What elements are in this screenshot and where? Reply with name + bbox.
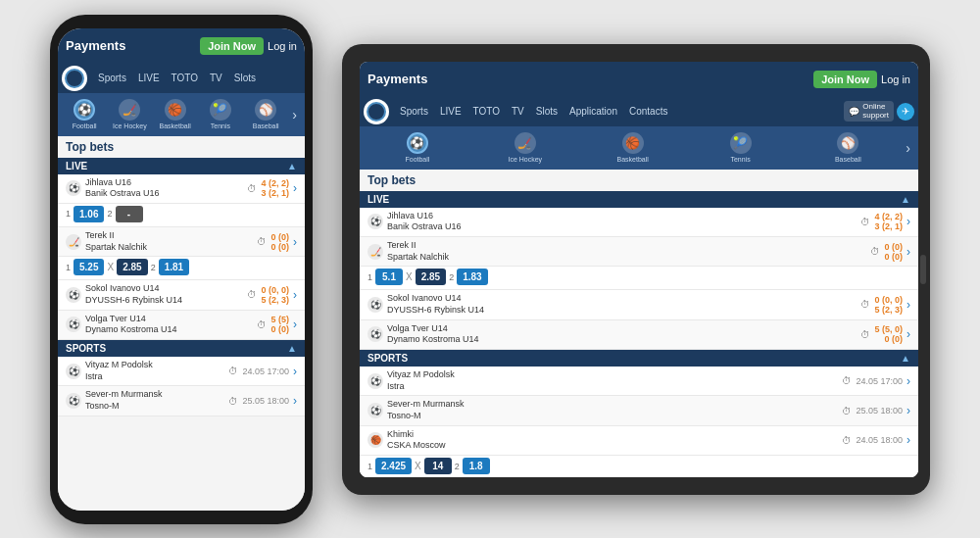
phone-sports-chevron: ▲ <box>287 343 297 354</box>
phone-match1-bet1-button[interactable]: 1.06 <box>74 206 104 222</box>
tablet-live-label: LIVE <box>368 194 389 205</box>
phone-nav-logo <box>62 66 87 91</box>
phone-sports2-arrow[interactable]: › <box>293 394 297 408</box>
tablet-match4-icon: ⚽ <box>368 326 383 342</box>
tablet-sport-icehockey[interactable]: 🏒 Ice Hockey <box>473 132 577 163</box>
tablet-match1-odds1: 4 (2, 2) <box>874 212 903 221</box>
tablet-match2-teams: Terek II Spartak Nalchik <box>387 240 866 263</box>
phone-sports1-arrow[interactable]: › <box>293 365 297 378</box>
phone-match1-bet-num2: 2 <box>107 209 112 219</box>
phone-match3-sport-icon: ⚽ <box>66 287 81 303</box>
tablet-match2-num1: 1 <box>368 272 372 282</box>
phone-sport-basketball[interactable]: 🏀 Basketball <box>155 99 196 129</box>
tablet-match1-arrow[interactable]: › <box>906 215 910 228</box>
phone-nav-live[interactable]: LIVE <box>133 71 165 85</box>
phone-sport-baseball[interactable]: ⚾ Baseball <box>245 99 286 129</box>
phone-nav-slots[interactable]: Slots <box>229 71 261 85</box>
phone-match1-arrow[interactable]: › <box>293 181 297 195</box>
phone-basketball-icon: 🏀 <box>165 99 186 121</box>
tablet-sports3-icon: 🏀 <box>368 432 383 448</box>
tablet-match2-odds: 0 (0) 0 (0) <box>884 242 903 262</box>
phone-match2-team1: Terek II <box>85 230 253 242</box>
tablet-nav-slots[interactable]: Slots <box>531 104 563 119</box>
tablet-icehockey-icon: 🏒 <box>514 132 536 154</box>
tablet-sports-next[interactable]: › <box>904 140 912 156</box>
phone-live-match-3: ⚽ Sokol Ivanovo U14 DYUSSH-6 Rybinsk U14… <box>58 280 305 310</box>
tablet-tennis-icon: 🎾 <box>730 132 752 154</box>
tablet-nav-support: 💬 Onlinesupport ✈ <box>844 101 914 122</box>
tablet-nav-sports[interactable]: Sports <box>395 104 433 119</box>
tablet-tennis-label: Tennis <box>730 156 750 163</box>
tablet-sports1-arrow[interactable]: › <box>906 374 910 388</box>
tablet-sports1-clock: ⏱ <box>842 375 852 386</box>
phone-scroll[interactable]: LIVE ▲ ⚽ Jihlava U16 Banik Ostrava U16 ⏱… <box>58 158 305 511</box>
tablet-login-button[interactable]: Log in <box>881 73 910 85</box>
phone-match2-bet-buttons: 1 5.25 X 2.85 2 1.81 <box>66 259 297 275</box>
phone-match1-bet2-button[interactable]: - <box>116 206 143 222</box>
phone-nav-toto[interactable]: TOTO <box>167 71 203 85</box>
phone-sports1-clock: ⏱ <box>228 366 238 376</box>
tablet-sports2-clock: ⏱ <box>842 406 852 416</box>
phone-sports1-icon: ⚽ <box>66 364 81 379</box>
tablet-nav-application[interactable]: Application <box>564 104 622 119</box>
tablet-sports2-arrow[interactable]: › <box>906 404 910 417</box>
tablet-match4-arrow[interactable]: › <box>906 327 910 341</box>
tablet-match2-bet2-button[interactable]: 1.83 <box>457 269 487 285</box>
tablet-match2-bet1-button[interactable]: 5.1 <box>375 269 403 285</box>
tablet-nav-bar: Sports LIVE TOTO TV Slots Application Co… <box>360 97 918 126</box>
tablet-scroll[interactable]: LIVE ▲ ⚽ Jihlava U16 Banik Ostrava U16 ⏱… <box>360 191 918 477</box>
phone-match3-odds2: 5 (2, 3) <box>261 295 289 305</box>
tablet-match2-betx-button[interactable]: 2.85 <box>416 269 446 285</box>
tablet-sport-football[interactable]: ⚽ Football <box>366 132 469 163</box>
phone-nav-sports[interactable]: Sports <box>93 71 131 85</box>
tablet-sports3-arrow[interactable]: › <box>906 433 910 447</box>
phone-match2-bet1-button[interactable]: 5.25 <box>74 259 104 275</box>
tablet-sport-tennis[interactable]: 🎾 Tennis <box>689 132 793 163</box>
tablet-sports3-betx-button[interactable]: 14 <box>424 458 452 474</box>
phone-sports1-team2: Istra <box>85 371 224 383</box>
tablet-header-title: Payments <box>368 72 427 86</box>
phone-match1-team2: Banik Ostrava U16 <box>85 188 243 200</box>
tablet-nav-toto[interactable]: TOTO <box>468 104 505 119</box>
phone-match2-odds1: 0 (0) <box>270 232 289 242</box>
tablet-match2-arrow[interactable]: › <box>906 245 910 259</box>
tablet-sports3-num1: 1 <box>368 462 372 471</box>
tablet-nav-tv[interactable]: TV <box>507 104 529 119</box>
tablet-sports-match-2: ⚽ Sever-m Murmansk Tosno-M ⏱ 25.05 18:00… <box>360 396 918 425</box>
tablet-match4-odds: 5 (5, 0) 0 (0) <box>874 324 903 344</box>
phone-match4-arrow[interactable]: › <box>293 318 297 331</box>
tablet-nav-live[interactable]: LIVE <box>435 104 466 119</box>
phone-sports-match-1: ⚽ Vityaz M Podolsk Istra ⏱ 24.05 17:00 › <box>58 357 305 386</box>
tablet-join-button[interactable]: Join Now <box>813 71 877 88</box>
phone-sports-next[interactable]: › <box>290 107 299 122</box>
phone-match2-betx-button[interactable]: 2.85 <box>117 259 147 275</box>
phone-login-button[interactable]: Log in <box>268 40 297 52</box>
phone-match3-arrow[interactable]: › <box>293 288 297 302</box>
phone-sports-match-2: ⚽ Sever-m Murmansk Tosno-M ⏱ 25.05 18:00… <box>58 386 305 416</box>
tablet-nav-contacts[interactable]: Contacts <box>624 104 672 119</box>
tablet-sports3-bet2-button[interactable]: 1.8 <box>463 458 490 474</box>
tablet-sport-basketball[interactable]: 🏀 Basketball <box>581 132 685 163</box>
phone-sports2-icon: ⚽ <box>66 393 81 409</box>
phone-match4-odds2: 0 (0) <box>270 324 289 334</box>
phone-match2-bet2-button[interactable]: 1.81 <box>159 259 189 275</box>
phone-nav-tv[interactable]: TV <box>205 71 227 85</box>
tablet-match4-clock: ⏱ <box>860 329 870 340</box>
phone-join-button[interactable]: Join Now <box>200 37 264 55</box>
phone-sport-icehockey[interactable]: 🏒 Ice Hockey <box>109 99 150 129</box>
tablet-telegram-icon[interactable]: ✈ <box>897 103 914 121</box>
tablet-support-box[interactable]: 💬 Onlinesupport <box>844 101 894 122</box>
tablet-sports3-bet1-button[interactable]: 2.425 <box>375 458 412 474</box>
tablet-sport-baseball[interactable]: ⚾ Baseball <box>796 132 900 163</box>
tablet-match1-team1: Jihlava U16 <box>387 211 857 222</box>
phone-match1-sport-icon: ⚽ <box>66 180 81 196</box>
phone-sport-football[interactable]: ⚽ Football <box>64 99 105 129</box>
phone-tennis-label: Tennis <box>211 122 230 129</box>
phone-sport-tennis[interactable]: 🎾 Tennis <box>200 99 241 129</box>
tablet-sports3-team2: CSKA Moscow <box>387 440 838 452</box>
phone-screen: Payments Join Now Log in Sports LIVE TOT… <box>58 28 305 511</box>
tablet-header-buttons: Join Now Log in <box>813 71 910 88</box>
phone-match4-clock: ⏱ <box>257 319 267 330</box>
tablet-match3-arrow[interactable]: › <box>906 298 910 312</box>
phone-match2-arrow[interactable]: › <box>293 235 297 249</box>
